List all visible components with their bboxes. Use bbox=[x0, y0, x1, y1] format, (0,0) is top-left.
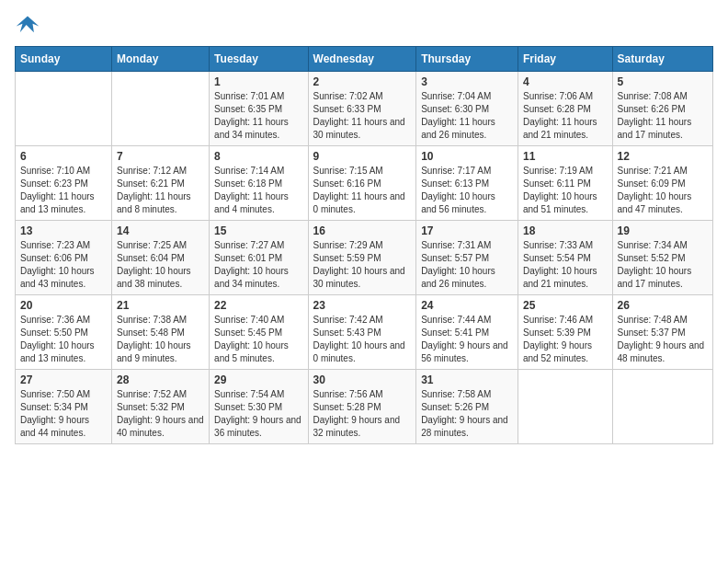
day-cell: 21 Sunrise: 7:38 AM Sunset: 5:48 PM Dayl… bbox=[112, 295, 210, 370]
day-info: Sunrise: 7:50 AM Sunset: 5:34 PM Dayligh… bbox=[20, 388, 107, 440]
day-info: Sunrise: 7:34 AM Sunset: 5:52 PM Dayligh… bbox=[618, 239, 708, 291]
day-info: Sunrise: 7:40 AM Sunset: 5:45 PM Dayligh… bbox=[214, 314, 302, 365]
day-info: Sunrise: 7:52 AM Sunset: 5:32 PM Dayligh… bbox=[117, 388, 204, 440]
day-cell bbox=[612, 370, 712, 444]
day-number: 20 bbox=[20, 299, 107, 312]
day-info: Sunrise: 7:06 AM Sunset: 6:28 PM Dayligh… bbox=[523, 90, 608, 142]
week-row-1: 1 Sunrise: 7:01 AM Sunset: 6:35 PM Dayli… bbox=[16, 72, 713, 146]
day-info: Sunrise: 7:58 AM Sunset: 5:26 PM Dayligh… bbox=[421, 388, 513, 440]
day-cell: 23 Sunrise: 7:42 AM Sunset: 5:43 PM Dayl… bbox=[308, 295, 416, 370]
day-cell: 20 Sunrise: 7:36 AM Sunset: 5:50 PM Dayl… bbox=[16, 295, 112, 370]
week-row-3: 13 Sunrise: 7:23 AM Sunset: 6:06 PM Dayl… bbox=[16, 221, 713, 295]
week-row-4: 20 Sunrise: 7:36 AM Sunset: 5:50 PM Dayl… bbox=[16, 295, 713, 370]
day-info: Sunrise: 7:25 AM Sunset: 6:04 PM Dayligh… bbox=[117, 239, 204, 291]
day-number: 24 bbox=[421, 299, 513, 312]
day-cell: 26 Sunrise: 7:48 AM Sunset: 5:37 PM Dayl… bbox=[612, 295, 712, 370]
day-info: Sunrise: 7:15 AM Sunset: 6:16 PM Dayligh… bbox=[313, 165, 412, 216]
day-info: Sunrise: 7:29 AM Sunset: 5:59 PM Dayligh… bbox=[313, 239, 412, 291]
day-cell bbox=[518, 370, 612, 444]
day-number: 27 bbox=[20, 373, 107, 386]
day-info: Sunrise: 7:44 AM Sunset: 5:41 PM Dayligh… bbox=[421, 314, 513, 365]
day-number: 14 bbox=[117, 224, 204, 237]
day-number: 17 bbox=[421, 224, 513, 237]
day-cell: 16 Sunrise: 7:29 AM Sunset: 5:59 PM Dayl… bbox=[308, 221, 416, 295]
day-number: 31 bbox=[421, 373, 513, 386]
day-number: 28 bbox=[117, 373, 204, 386]
day-number: 13 bbox=[20, 224, 107, 237]
day-cell: 3 Sunrise: 7:04 AM Sunset: 6:30 PM Dayli… bbox=[416, 72, 518, 146]
day-info: Sunrise: 7:48 AM Sunset: 5:37 PM Dayligh… bbox=[618, 314, 708, 365]
day-cell: 2 Sunrise: 7:02 AM Sunset: 6:33 PM Dayli… bbox=[308, 72, 416, 146]
day-cell: 18 Sunrise: 7:33 AM Sunset: 5:54 PM Dayl… bbox=[518, 221, 612, 295]
day-cell: 24 Sunrise: 7:44 AM Sunset: 5:41 PM Dayl… bbox=[416, 295, 518, 370]
day-cell: 14 Sunrise: 7:25 AM Sunset: 6:04 PM Dayl… bbox=[112, 221, 210, 295]
logo bbox=[15, 15, 44, 39]
day-header-saturday: Saturday bbox=[612, 47, 712, 72]
day-cell: 12 Sunrise: 7:21 AM Sunset: 6:09 PM Dayl… bbox=[612, 146, 712, 221]
day-cell: 10 Sunrise: 7:17 AM Sunset: 6:13 PM Dayl… bbox=[416, 146, 518, 221]
day-info: Sunrise: 7:23 AM Sunset: 6:06 PM Dayligh… bbox=[20, 239, 107, 291]
day-number: 26 bbox=[618, 299, 708, 312]
day-cell: 17 Sunrise: 7:31 AM Sunset: 5:57 PM Dayl… bbox=[416, 221, 518, 295]
day-number: 6 bbox=[20, 150, 107, 163]
day-number: 15 bbox=[214, 224, 302, 237]
day-info: Sunrise: 7:31 AM Sunset: 5:57 PM Dayligh… bbox=[421, 239, 513, 291]
day-number: 4 bbox=[523, 75, 608, 88]
calendar-body: 1 Sunrise: 7:01 AM Sunset: 6:35 PM Dayli… bbox=[16, 72, 713, 444]
day-cell: 6 Sunrise: 7:10 AM Sunset: 6:23 PM Dayli… bbox=[16, 146, 112, 221]
day-cell: 11 Sunrise: 7:19 AM Sunset: 6:11 PM Dayl… bbox=[518, 146, 612, 221]
day-number: 30 bbox=[313, 373, 412, 386]
day-header-monday: Monday bbox=[112, 47, 210, 72]
day-number: 7 bbox=[117, 150, 204, 163]
day-cell: 7 Sunrise: 7:12 AM Sunset: 6:21 PM Dayli… bbox=[112, 146, 210, 221]
day-header-friday: Friday bbox=[518, 47, 612, 72]
day-info: Sunrise: 7:54 AM Sunset: 5:30 PM Dayligh… bbox=[214, 388, 302, 440]
day-cell: 13 Sunrise: 7:23 AM Sunset: 6:06 PM Dayl… bbox=[16, 221, 112, 295]
day-number: 8 bbox=[214, 150, 302, 163]
day-number: 22 bbox=[214, 299, 302, 312]
day-number: 18 bbox=[523, 224, 608, 237]
svg-marker-0 bbox=[17, 16, 40, 32]
day-info: Sunrise: 7:36 AM Sunset: 5:50 PM Dayligh… bbox=[20, 314, 107, 365]
day-number: 2 bbox=[313, 75, 412, 88]
day-number: 5 bbox=[618, 75, 708, 88]
day-number: 3 bbox=[421, 75, 513, 88]
day-cell: 31 Sunrise: 7:58 AM Sunset: 5:26 PM Dayl… bbox=[416, 370, 518, 444]
day-info: Sunrise: 7:33 AM Sunset: 5:54 PM Dayligh… bbox=[523, 239, 608, 291]
day-cell: 29 Sunrise: 7:54 AM Sunset: 5:30 PM Dayl… bbox=[210, 370, 308, 444]
day-cell bbox=[112, 72, 210, 146]
day-cell: 9 Sunrise: 7:15 AM Sunset: 6:16 PM Dayli… bbox=[308, 146, 416, 221]
day-number: 29 bbox=[214, 373, 302, 386]
day-number: 1 bbox=[214, 75, 302, 88]
day-cell: 28 Sunrise: 7:52 AM Sunset: 5:32 PM Dayl… bbox=[112, 370, 210, 444]
day-info: Sunrise: 7:46 AM Sunset: 5:39 PM Dayligh… bbox=[523, 314, 608, 365]
day-header-thursday: Thursday bbox=[416, 47, 518, 72]
day-number: 12 bbox=[618, 150, 708, 163]
day-info: Sunrise: 7:21 AM Sunset: 6:09 PM Dayligh… bbox=[618, 165, 708, 216]
day-cell: 8 Sunrise: 7:14 AM Sunset: 6:18 PM Dayli… bbox=[210, 146, 308, 221]
day-info: Sunrise: 7:38 AM Sunset: 5:48 PM Dayligh… bbox=[117, 314, 204, 365]
day-info: Sunrise: 7:42 AM Sunset: 5:43 PM Dayligh… bbox=[313, 314, 412, 365]
day-number: 23 bbox=[313, 299, 412, 312]
day-number: 9 bbox=[313, 150, 412, 163]
day-info: Sunrise: 7:10 AM Sunset: 6:23 PM Dayligh… bbox=[20, 165, 107, 216]
day-info: Sunrise: 7:04 AM Sunset: 6:30 PM Dayligh… bbox=[421, 90, 513, 142]
day-cell: 4 Sunrise: 7:06 AM Sunset: 6:28 PM Dayli… bbox=[518, 72, 612, 146]
calendar-header: SundayMondayTuesdayWednesdayThursdayFrid… bbox=[16, 47, 713, 72]
week-row-2: 6 Sunrise: 7:10 AM Sunset: 6:23 PM Dayli… bbox=[16, 146, 713, 221]
day-info: Sunrise: 7:17 AM Sunset: 6:13 PM Dayligh… bbox=[421, 165, 513, 216]
day-number: 21 bbox=[117, 299, 204, 312]
day-cell: 27 Sunrise: 7:50 AM Sunset: 5:34 PM Dayl… bbox=[16, 370, 112, 444]
day-number: 16 bbox=[313, 224, 412, 237]
day-number: 25 bbox=[523, 299, 608, 312]
day-header-tuesday: Tuesday bbox=[210, 47, 308, 72]
day-number: 11 bbox=[523, 150, 608, 163]
day-info: Sunrise: 7:08 AM Sunset: 6:26 PM Dayligh… bbox=[618, 90, 708, 142]
day-header-sunday: Sunday bbox=[16, 47, 112, 72]
day-cell: 25 Sunrise: 7:46 AM Sunset: 5:39 PM Dayl… bbox=[518, 295, 612, 370]
day-cell: 19 Sunrise: 7:34 AM Sunset: 5:52 PM Dayl… bbox=[612, 221, 712, 295]
day-cell: 1 Sunrise: 7:01 AM Sunset: 6:35 PM Dayli… bbox=[210, 72, 308, 146]
day-cell: 30 Sunrise: 7:56 AM Sunset: 5:28 PM Dayl… bbox=[308, 370, 416, 444]
week-row-5: 27 Sunrise: 7:50 AM Sunset: 5:34 PM Dayl… bbox=[16, 370, 713, 444]
day-number: 19 bbox=[618, 224, 708, 237]
